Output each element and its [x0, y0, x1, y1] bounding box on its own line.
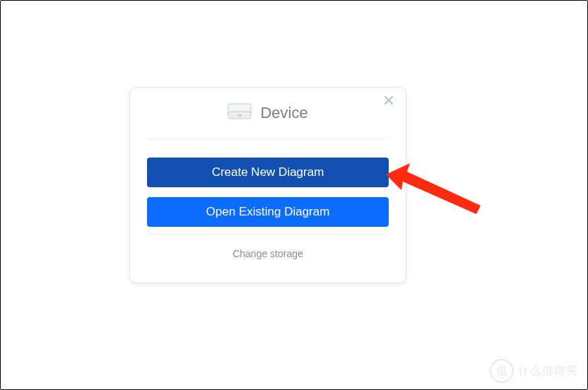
close-icon[interactable]: [384, 96, 394, 106]
watermark-badge-text: 值: [496, 364, 507, 379]
watermark: 值 什么值得买: [490, 359, 578, 383]
open-existing-diagram-label: Open Existing Diagram: [206, 205, 330, 219]
storage-dialog: Device Create New Diagram Open Existing …: [129, 87, 406, 283]
open-existing-diagram-button[interactable]: Open Existing Diagram: [147, 197, 389, 227]
dialog-title: Device: [260, 104, 307, 122]
dialog-header: Device: [130, 88, 406, 138]
watermark-badge-icon: 值: [490, 359, 514, 383]
svg-rect-4: [237, 114, 242, 117]
create-new-diagram-button[interactable]: Create New Diagram: [147, 158, 389, 187]
change-storage-link[interactable]: Change storage: [233, 248, 303, 259]
dialog-body: Create New Diagram Open Existing Diagram: [130, 139, 406, 234]
create-new-diagram-label: Create New Diagram: [212, 165, 324, 179]
watermark-text: 什么值得买: [518, 364, 578, 379]
dialog-footer: Change storage: [130, 235, 406, 276]
device-icon: [228, 103, 252, 123]
dialog-header-content: Device: [228, 103, 307, 123]
